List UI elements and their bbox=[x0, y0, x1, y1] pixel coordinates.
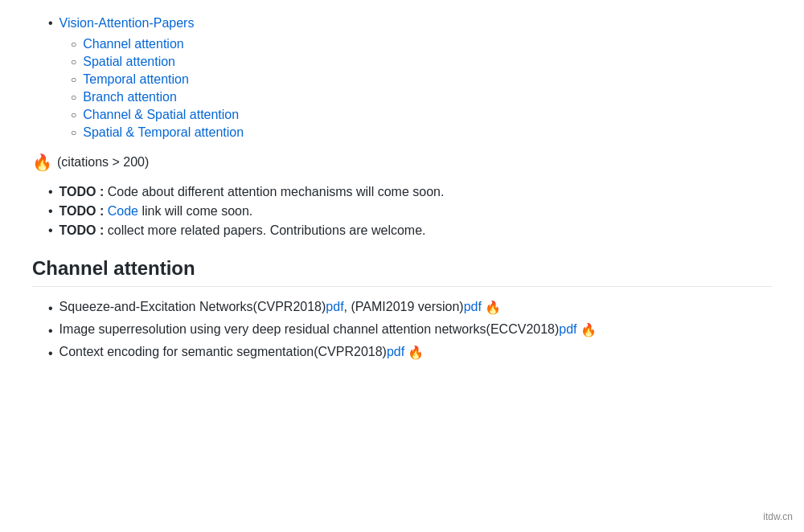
paper-1-pdf2-link[interactable]: pdf bbox=[464, 300, 482, 314]
list-item: Squeeze-and-Excitation Networks(CVPR2018… bbox=[48, 300, 772, 316]
paper-3-fire: 🔥 bbox=[408, 345, 424, 360]
paper-1-pdf1-link[interactable]: pdf bbox=[326, 300, 343, 314]
branch-attention-link[interactable]: Branch attention bbox=[83, 90, 177, 104]
spatial-attention-link[interactable]: Spatial attention bbox=[83, 55, 175, 69]
paper-2-pdf-link[interactable]: pdf bbox=[559, 322, 576, 337]
todo-text-2: TODO : Code link will come soon. bbox=[59, 204, 253, 219]
list-item: TODO : collect more related papers. Cont… bbox=[48, 223, 772, 238]
papers-list: Squeeze-and-Excitation Networks(CVPR2018… bbox=[32, 300, 772, 361]
list-item: Context encoding for semantic segmentati… bbox=[48, 345, 772, 361]
list-item: Image superresolution using very deep re… bbox=[48, 322, 772, 338]
paper-1-fire: 🔥 bbox=[485, 300, 501, 315]
paper-3-pdf-link[interactable]: pdf bbox=[387, 345, 404, 359]
fire-icon: 🔥 bbox=[32, 153, 52, 172]
list-item: Channel attention bbox=[71, 37, 772, 51]
channel-attention-heading: Channel attention bbox=[32, 257, 772, 287]
list-item: Spatial attention bbox=[71, 55, 772, 69]
list-item: Channel & Spatial attention bbox=[71, 108, 772, 122]
todo-list: TODO : Code about different attention me… bbox=[32, 185, 772, 238]
nav-sub-list: Channel attention Spatial attention Temp… bbox=[32, 37, 772, 140]
todo-text-1: TODO : Code about different attention me… bbox=[59, 185, 445, 199]
paper-1-text: Squeeze-and-Excitation Networks(CVPR2018… bbox=[59, 300, 326, 314]
nav-main-list: Vision-Attention-Papers bbox=[32, 16, 772, 31]
todo-text-3: TODO : collect more related papers. Cont… bbox=[59, 223, 426, 238]
channel-attention-link[interactable]: Channel attention bbox=[83, 37, 183, 51]
paper-1-mid: , (PAMI2019 version) bbox=[344, 300, 464, 314]
paper-2-fire: 🔥 bbox=[580, 322, 597, 338]
citations-section: 🔥 (citations > 200) bbox=[32, 153, 772, 172]
paper-2-text: Image superresolution using very deep re… bbox=[59, 322, 560, 337]
code-link[interactable]: Code bbox=[108, 204, 138, 218]
list-item: Branch attention bbox=[71, 90, 772, 104]
list-item: Temporal attention bbox=[71, 72, 772, 87]
spatial-temporal-attention-link[interactable]: Spatial & Temporal attention bbox=[83, 125, 244, 140]
paper-3-text: Context encoding for semantic segmentati… bbox=[59, 345, 387, 359]
list-item: TODO : Code link will come soon. bbox=[48, 204, 772, 219]
list-item: Spatial & Temporal attention bbox=[71, 125, 772, 140]
temporal-attention-link[interactable]: Temporal attention bbox=[83, 72, 189, 87]
vision-attention-papers-link[interactable]: Vision-Attention-Papers bbox=[59, 16, 195, 30]
channel-spatial-attention-link[interactable]: Channel & Spatial attention bbox=[83, 108, 239, 122]
citations-text: (citations > 200) bbox=[57, 155, 149, 170]
list-item: TODO : Code about different attention me… bbox=[48, 185, 772, 199]
nav-main-item: Vision-Attention-Papers bbox=[59, 16, 195, 31]
